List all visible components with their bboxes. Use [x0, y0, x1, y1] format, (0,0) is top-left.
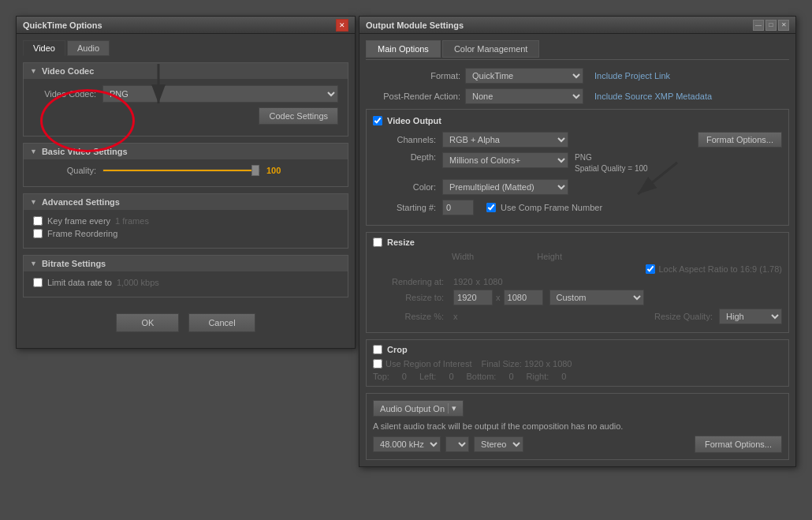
basic-video-label: Basic Video Settings	[42, 147, 128, 156]
post-render-row: Post-Render Action: None Include Source …	[366, 88, 789, 104]
triangle-icon: ▼	[30, 67, 37, 75]
png-info: PNG Spatial Quality = 100	[575, 152, 648, 174]
oms-tab-color-management[interactable]: Color Management	[442, 40, 540, 58]
output-module-settings-window: Output Module Settings — □ ✕ Main Option…	[359, 16, 796, 467]
audio-section: Audio Output On ▾ A silent audio track w…	[366, 393, 789, 460]
triangle-icon2: ▼	[30, 148, 37, 155]
qt-close-button[interactable]: ✕	[336, 19, 348, 32]
format-options-button[interactable]: Format Options...	[698, 132, 782, 148]
resize-to-w-input[interactable]	[453, 290, 493, 305]
quality-slider-container: 100	[102, 166, 338, 175]
tab-video[interactable]: Video	[23, 40, 65, 56]
include-project-link[interactable]: Include Project Link	[594, 71, 670, 80]
left-value: 0	[449, 372, 453, 381]
limit-rate-checkbox[interactable]	[33, 278, 43, 287]
qt-window-controls: ✕	[336, 19, 348, 32]
include-xmp-text: Include Source XMP Metadata	[594, 92, 712, 101]
tab-audio[interactable]: Audio	[67, 40, 110, 56]
channels-audio-dropdown[interactable]: Stereo Mono	[474, 436, 523, 452]
format-row: Format: QuickTime Include Project Link	[366, 68, 789, 84]
resize-quality-dropdown[interactable]: High Low	[719, 309, 782, 324]
rendering-at-label: Rendering at:	[373, 277, 444, 286]
top-label: Top:	[373, 372, 389, 381]
oms-main-tabs: Main Options Color Management	[366, 40, 789, 60]
resize-pct-label: Resize %:	[373, 312, 444, 321]
channels-dropdown[interactable]: RGB + Alpha RGB	[442, 132, 568, 148]
codec-settings-row: Codec Settings	[33, 107, 338, 125]
starting-value-input[interactable]	[442, 200, 474, 215]
post-render-dropdown[interactable]: None	[465, 88, 583, 104]
audio-info-text: A silent audio track will be output if t…	[373, 421, 782, 431]
ok-button[interactable]: OK	[116, 313, 179, 332]
sample-rate-dropdown[interactable]: 48.000 kHz 44.100 kHz	[373, 436, 441, 452]
keyframe-row: Key frame every 1 frames	[33, 216, 338, 226]
limit-rate-label: Limit data rate to	[47, 278, 112, 287]
limit-rate-value: 1,000 kbps	[117, 278, 159, 287]
format-dropdown[interactable]: QuickTime	[465, 68, 583, 84]
png-info-line1: PNG	[575, 152, 648, 163]
triangle-icon4: ▼	[30, 260, 37, 267]
audio-output-dropdown-arrow[interactable]: ▾	[448, 403, 456, 413]
crop-checkbox[interactable]	[373, 345, 382, 354]
starting-label: Starting #:	[373, 203, 436, 212]
advanced-section: ▼ Advanced Settings Key frame every 1 fr…	[23, 193, 348, 249]
audio-format-dropdown[interactable]	[445, 436, 469, 452]
color-label: Color:	[373, 182, 436, 192]
rendering-h: 1080	[483, 277, 502, 286]
frame-reorder-checkbox[interactable]	[33, 229, 43, 238]
oms-body: Main Options Color Management Format: Qu…	[359, 34, 795, 466]
quicktime-options-window: QuickTime Options ✕ Video Audio ▼ Video …	[16, 16, 356, 349]
bitrate-label: Bitrate Settings	[42, 259, 106, 268]
resize-pct-row: Resize %: x Resize Quality: High Low	[373, 309, 782, 324]
use-comp-frame-checkbox[interactable]	[486, 203, 496, 212]
codec-settings-button[interactable]: Codec Settings	[259, 107, 338, 125]
quality-value: 100	[266, 166, 281, 175]
cancel-button[interactable]: Cancel	[188, 313, 255, 332]
left-label: Left:	[419, 372, 436, 381]
resize-pct-x: x	[453, 312, 458, 321]
advanced-body: Key frame every 1 frames Frame Reorderin…	[24, 210, 348, 248]
bitrate-header: ▼ Bitrate Settings	[24, 256, 348, 271]
audio-format-options-button[interactable]: Format Options...	[695, 436, 782, 453]
color-dropdown[interactable]: Premultiplied (Matted) Straight (Unmatte…	[442, 179, 568, 195]
post-render-label: Post-Render Action:	[366, 92, 460, 101]
audio-output-button[interactable]: Audio Output On ▾	[373, 400, 464, 417]
crop-section: Crop Use Region of Interest Final Size: …	[366, 339, 789, 387]
png-info-line2: Spatial Quality = 100	[575, 163, 648, 174]
oms-tab-main-options[interactable]: Main Options	[366, 40, 441, 58]
video-output-checkbox[interactable]	[373, 116, 382, 125]
codec-form-row: Video Codec: PNG H.264 ProRes 422	[33, 85, 338, 103]
qt-title: QuickTime Options	[23, 21, 102, 30]
channels-label: Channels:	[373, 135, 436, 144]
quality-row: Quality: 100	[33, 166, 338, 175]
resize-preset-dropdown[interactable]: Custom HD 1080	[549, 290, 644, 305]
oms-minimize-button[interactable]: —	[753, 20, 764, 31]
triangle-icon3: ▼	[30, 198, 37, 206]
depth-dropdown[interactable]: Millions of Colors+ Millions of Colors	[442, 152, 568, 168]
resize-to-h-input[interactable]	[504, 290, 543, 305]
resize-to-label: Resize to:	[373, 293, 444, 302]
resize-checkbox[interactable]	[373, 238, 382, 247]
right-label: Right:	[527, 372, 549, 381]
lock-aspect-checkbox[interactable]	[646, 264, 655, 274]
resize-to-row: Resize to: x Custom HD 1080	[373, 290, 782, 305]
video-codec-header: ▼ Video Codec	[24, 63, 348, 79]
rendering-w: 1920	[453, 277, 472, 286]
format-label: Format:	[366, 71, 460, 80]
qt-bottom-buttons: OK Cancel	[23, 304, 348, 342]
quality-slider[interactable]	[102, 169, 260, 172]
basic-video-header: ▼ Basic Video Settings	[24, 144, 348, 159]
frame-reorder-row: Frame Reordering	[33, 229, 338, 238]
resize-to-x: x	[496, 293, 501, 302]
keyframe-checkbox[interactable]	[33, 216, 43, 226]
height-col-header: Height	[537, 252, 562, 261]
crop-label: Crop	[387, 345, 408, 354]
lock-aspect-label: Lock Aspect Ratio to 16:9 (1.78)	[658, 264, 782, 274]
right-value: 0	[561, 372, 566, 381]
width-col-header: Width	[452, 252, 474, 261]
oms-close-button[interactable]: ✕	[778, 20, 789, 31]
codec-dropdown[interactable]: PNG H.264 ProRes 422	[102, 85, 338, 103]
video-output-section: Video Output Channels: RGB + Alpha RGB F…	[366, 109, 789, 226]
oms-maximize-button[interactable]: □	[765, 20, 777, 31]
use-roi-checkbox[interactable]	[373, 359, 382, 368]
